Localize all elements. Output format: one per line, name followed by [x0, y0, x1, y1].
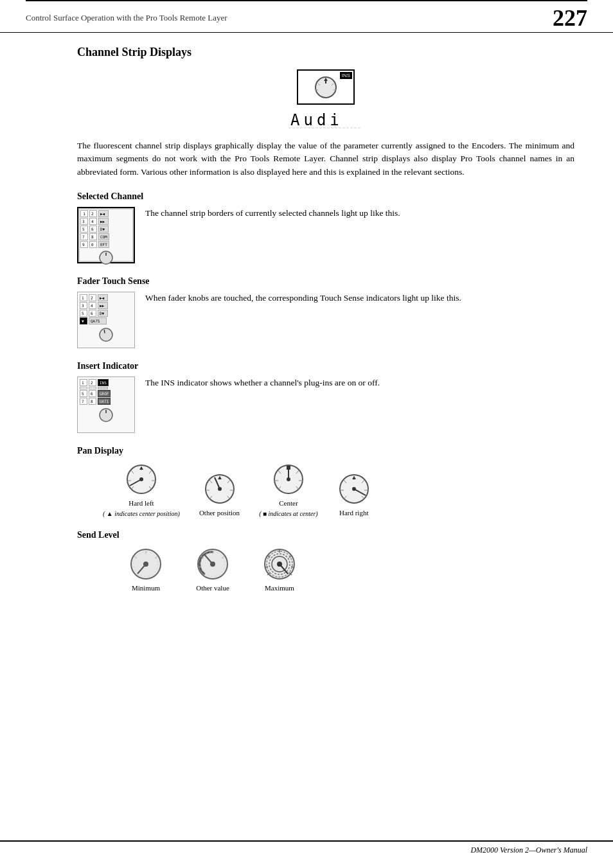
- svg-point-62: [143, 562, 148, 567]
- fader-touch-text: When fader knobs are touched, the corres…: [145, 292, 574, 305]
- send-label-maximum: Maximum: [265, 584, 294, 592]
- send-level-heading: Send Level: [77, 530, 574, 540]
- pan-display-heading: Pan Display: [77, 446, 574, 456]
- pan-label-hard-left: Hard left: [129, 499, 154, 508]
- page-footer: DM2000 Version 2—Owner's Manual: [0, 840, 613, 855]
- fader-touch-section: 1 2 ▶◀ 3 4 ▶▶ 5 6 D▼: [77, 292, 574, 348]
- selected-channel-text: The channel strip borders of currently s…: [145, 207, 574, 220]
- pan-sublabel-center: ( ■ indicates at center): [259, 510, 318, 517]
- display-knob-svg: [313, 75, 339, 100]
- fader-touch-strip: 1 2 ▶◀ 3 4 ▶▶ 5 6 D▼: [77, 292, 135, 348]
- send-knob-minimum: [129, 547, 163, 581]
- insert-indicator-text: The INS indicator shows whether a channe…: [145, 376, 574, 389]
- fader-touch-heading: Fader Touch Sense: [77, 276, 574, 287]
- pan-label-center: Center: [279, 499, 298, 508]
- svg-text:Audi: Audi: [290, 111, 343, 129]
- audi-text-svg: Audi: [287, 110, 364, 129]
- send-item-minimum: Minimum: [129, 547, 163, 592]
- svg-point-35: [218, 487, 222, 491]
- send-item-other-value: Other value: [195, 547, 230, 592]
- svg-point-24: [139, 477, 143, 481]
- fader-touch-diagram: 1 2 ▶◀ 3 4 ▶▶ 5 6 D▼: [77, 292, 135, 348]
- insert-indicator-heading: Insert Indicator: [77, 361, 574, 371]
- svg-point-79: [277, 562, 282, 567]
- svg-point-57: [352, 487, 356, 491]
- pan-knob-hard-right: [337, 472, 371, 506]
- page-header: Control Surface Operation with the Pro T…: [0, 1, 613, 33]
- pan-label-hard-right: Hard right: [339, 508, 369, 517]
- body-text: The fluorescent channel strip displays g…: [77, 139, 574, 179]
- display-box: INS: [297, 69, 355, 105]
- svg-point-11: [100, 328, 112, 341]
- svg-line-84: [291, 567, 294, 567]
- svg-rect-47: [287, 466, 290, 470]
- pan-knob-center: [272, 463, 305, 496]
- send-level-section: Send Level M: [77, 530, 574, 592]
- main-heading: Channel Strip Displays: [77, 46, 574, 59]
- pan-item-hard-right: Hard right: [337, 472, 371, 517]
- insert-indicator-section: 1 2 INS 5 6 GROF 7: [77, 376, 574, 433]
- pan-label-other-position: Other position: [199, 508, 240, 517]
- pan-knob-hard-left: [125, 463, 158, 496]
- selected-channel-strip: 1 2 ▶◀ 3 4 ▶▶ 5 6 D▼ 7: [77, 207, 135, 263]
- svg-point-69: [210, 562, 215, 567]
- send-knob-maximum: [262, 547, 297, 581]
- pan-displays-row: Hard left ( ▲ indicates center position): [103, 463, 574, 517]
- pan-sublabel-hard-left: ( ▲ indicates center position): [103, 510, 180, 517]
- pan-knob-other-position: [203, 472, 236, 506]
- channel-display-diagram: INS: [77, 69, 574, 129]
- page-container: Control Surface Operation with the Pro T…: [0, 0, 613, 868]
- header-title: Control Surface Operation with the Pro T…: [26, 13, 227, 23]
- selected-channel-heading: Selected Channel: [77, 191, 574, 202]
- selected-channel-section: 1 2 ▶◀ 3 4 ▶▶ 5 6 D▼ 7: [77, 207, 574, 263]
- page-number: 227: [553, 6, 587, 30]
- send-displays-row: Minimum: [129, 547, 574, 592]
- send-label-minimum: Minimum: [132, 584, 160, 592]
- insert-indicator-strip: 1 2 INS 5 6 GROF 7: [77, 376, 135, 433]
- insert-indicator-diagram: 1 2 INS 5 6 GROF 7: [77, 376, 135, 433]
- pan-display-section: Pan Display: [77, 446, 574, 517]
- selected-channel-diagram: 1 2 ▶◀ 3 4 ▶▶ 5 6 D▼ 7: [77, 207, 135, 263]
- footer-text: DM2000 Version 2—Owner's Manual: [470, 846, 587, 855]
- send-label-other-value: Other value: [196, 584, 229, 592]
- svg-line-83: [265, 567, 268, 567]
- send-item-maximum: Maximum: [262, 547, 297, 592]
- svg-point-46: [287, 477, 290, 481]
- ins-badge: INS: [340, 72, 352, 79]
- content-area: Channel Strip Displays INS: [0, 33, 613, 630]
- pan-item-other-position: Other position: [199, 472, 240, 517]
- pan-item-center: Center ( ■ indicates at center): [259, 463, 318, 517]
- audi-display: Audi: [287, 110, 364, 129]
- send-knob-other-value: [195, 547, 230, 581]
- pan-item-hard-left: Hard left ( ▲ indicates center position): [103, 463, 180, 517]
